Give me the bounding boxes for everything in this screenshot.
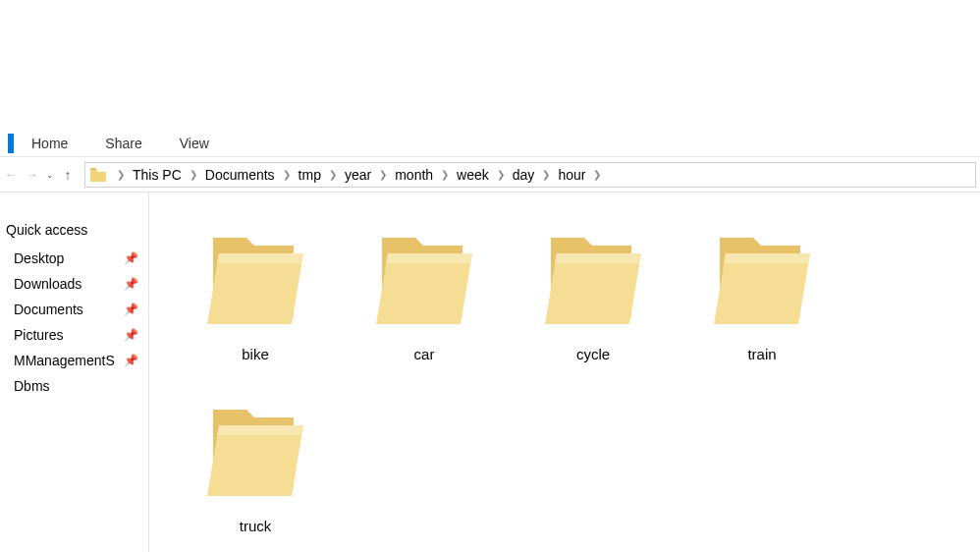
folder-icon xyxy=(365,220,483,338)
breadcrumb-item[interactable]: tmp xyxy=(297,163,323,187)
nav-up-button[interactable]: ↑ xyxy=(57,161,79,189)
chevron-right-icon[interactable]: ❯ xyxy=(491,169,511,180)
breadcrumb-item[interactable]: day xyxy=(511,163,537,187)
sidebar-item-label: Dbms xyxy=(14,378,138,394)
breadcrumb-item[interactable]: Documents xyxy=(203,163,277,187)
folder-item[interactable]: truck xyxy=(171,392,340,534)
ribbon-tab-home[interactable]: Home xyxy=(31,136,68,151)
folder-item[interactable]: train xyxy=(678,220,846,362)
nav-back-button[interactable]: ← xyxy=(0,161,22,189)
arrow-up-icon: ↑ xyxy=(65,167,72,183)
sidebar-item-label: MManagementS xyxy=(14,353,124,368)
folder-label: bike xyxy=(242,346,269,362)
main-area: Quick access Desktop 📌 Downloads 📌 Docum… xyxy=(0,193,980,552)
nav-forward-button[interactable]: → xyxy=(22,161,43,189)
chevron-right-icon[interactable]: ❯ xyxy=(277,169,297,180)
nav-history-dropdown[interactable]: ⌄ xyxy=(43,161,57,189)
folder-icon xyxy=(534,220,652,338)
sidebar-item-desktop[interactable]: Desktop 📌 xyxy=(0,246,148,271)
arrow-right-icon: → xyxy=(27,168,38,182)
sidebar-item-label: Desktop xyxy=(14,250,124,266)
sidebar-item-documents[interactable]: Documents 📌 xyxy=(0,297,148,322)
window-top-space xyxy=(0,0,980,130)
breadcrumb-item[interactable]: This PC xyxy=(131,163,184,187)
chevron-right-icon[interactable]: ❯ xyxy=(536,169,556,180)
chevron-right-icon[interactable]: ❯ xyxy=(587,169,607,180)
navigation-bar: ← → ⌄ ↑ ❯ This PC ❯ Documents ❯ tmp ❯ ye… xyxy=(0,157,980,193)
folder-icon xyxy=(703,220,821,338)
sidebar-item-downloads[interactable]: Downloads 📌 xyxy=(0,271,148,297)
address-bar[interactable]: ❯ This PC ❯ Documents ❯ tmp ❯ year ❯ mon… xyxy=(84,162,976,188)
breadcrumb-item[interactable]: month xyxy=(393,163,435,187)
chevron-right-icon[interactable]: ❯ xyxy=(435,169,455,180)
arrow-left-icon: ← xyxy=(5,168,17,182)
sidebar-item-label: Documents xyxy=(14,302,124,317)
pin-icon: 📌 xyxy=(124,328,138,342)
folder-item[interactable]: bike xyxy=(171,220,340,362)
navigation-pane: Quick access Desktop 📌 Downloads 📌 Docum… xyxy=(0,193,149,552)
sidebar-heading-quick-access[interactable]: Quick access xyxy=(0,218,148,246)
pin-icon: 📌 xyxy=(124,354,138,367)
ribbon-tab-bar: Home Share View xyxy=(0,130,980,157)
chevron-right-icon[interactable]: ❯ xyxy=(373,169,393,180)
folder-icon xyxy=(196,392,314,510)
folder-label: train xyxy=(747,346,776,362)
folder-label: cycle xyxy=(576,346,610,362)
folder-icon xyxy=(89,166,107,184)
chevron-right-icon[interactable]: ❯ xyxy=(111,169,131,180)
folder-item[interactable]: cycle xyxy=(509,220,678,362)
chevron-down-icon: ⌄ xyxy=(46,170,54,180)
breadcrumb-item[interactable]: week xyxy=(455,163,491,187)
breadcrumb-item[interactable]: hour xyxy=(556,163,587,187)
content-pane[interactable]: bike car cycle xyxy=(149,193,980,552)
folder-label: truck xyxy=(240,518,272,534)
chevron-right-icon[interactable]: ❯ xyxy=(184,169,203,180)
sidebar-item-pictures[interactable]: Pictures 📌 xyxy=(0,322,148,348)
folder-item[interactable]: car xyxy=(340,220,509,362)
ribbon-file-accent[interactable] xyxy=(8,134,14,153)
folder-label: car xyxy=(414,346,435,362)
sidebar-item-label: Pictures xyxy=(14,327,124,343)
ribbon-tab-view[interactable]: View xyxy=(180,136,209,151)
breadcrumb-item[interactable]: year xyxy=(343,163,373,187)
sidebar-item-mmanagements[interactable]: MManagementS 📌 xyxy=(0,348,148,373)
sidebar-item-dbms[interactable]: Dbms xyxy=(0,373,148,399)
pin-icon: 📌 xyxy=(124,277,138,291)
folder-icon xyxy=(196,220,314,338)
pin-icon: 📌 xyxy=(124,303,138,316)
chevron-right-icon[interactable]: ❯ xyxy=(323,169,343,180)
pin-icon: 📌 xyxy=(124,251,138,265)
sidebar-item-label: Downloads xyxy=(14,276,124,292)
ribbon-tab-share[interactable]: Share xyxy=(105,136,141,151)
